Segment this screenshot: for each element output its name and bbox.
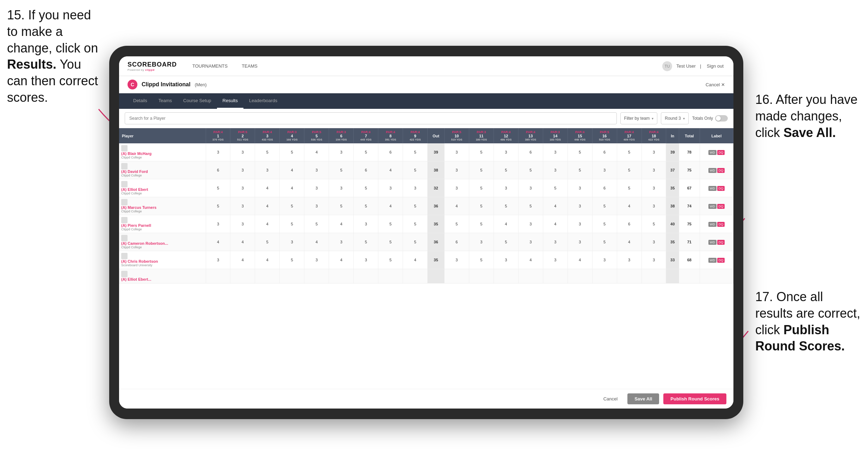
score-cell: 3 — [329, 179, 354, 197]
score-out: 39 — [428, 143, 445, 161]
score-cell: 5 — [592, 233, 617, 251]
score-cell — [543, 269, 568, 284]
th-total: Total — [679, 128, 700, 143]
tab-details[interactable]: Details — [128, 93, 153, 109]
score-cell: 5 — [329, 161, 354, 179]
wd-badge: WD — [708, 186, 717, 191]
score-cell: 5 — [280, 143, 304, 161]
th-1: PAR:41370 YDS — [206, 128, 230, 143]
score-in: 35 — [666, 233, 679, 251]
score-cell: 3 — [444, 161, 469, 179]
cancel-button[interactable]: Cancel — [598, 393, 623, 404]
score-cell: 5 — [494, 197, 518, 215]
score-cell — [592, 269, 617, 284]
player-cell: (A) Elliot Ebert... — [119, 269, 206, 284]
score-cell: 6 — [592, 143, 617, 161]
score-in: 38 — [666, 197, 679, 215]
player-school: Clippd College — [121, 245, 204, 249]
score-total: 74 — [679, 197, 700, 215]
round-dropdown[interactable]: Round 3 ▾ — [661, 112, 688, 124]
logo-scoreboard: SCOREBOARD — [128, 61, 177, 68]
avatar — [121, 271, 128, 277]
avatar — [121, 253, 128, 259]
score-cell: 5 — [255, 233, 280, 251]
wd-badge: WD — [708, 222, 717, 227]
score-cell: 4 — [403, 251, 428, 269]
totals-toggle-switch[interactable] — [715, 115, 728, 122]
score-cell — [469, 269, 494, 284]
cancel-tournament-btn[interactable]: Cancel ✕ — [706, 82, 725, 87]
publish-round-scores-button[interactable]: Publish Round Scores — [663, 393, 726, 404]
scores-table: Player PAR:41370 YDS PAR:52511 YDS PAR:4… — [119, 128, 733, 284]
score-cell: 4 — [378, 161, 403, 179]
th-10: PAR:510519 YDS — [444, 128, 469, 143]
score-cell: 3 — [641, 143, 666, 161]
player-cell: (A) David FordClippd College — [119, 161, 206, 179]
score-cell: 5 — [354, 233, 378, 251]
score-cell: 4 — [617, 233, 641, 251]
filter-dropdown[interactable]: Filter by team ▾ — [620, 112, 658, 124]
score-cell — [518, 269, 543, 284]
score-cell: 5 — [403, 197, 428, 215]
score-cell: 3 — [543, 251, 568, 269]
save-all-button[interactable]: Save All — [627, 393, 659, 404]
player-name: (A) Piers Parnell — [121, 223, 204, 228]
score-cell: 6 — [617, 215, 641, 233]
score-cell — [641, 269, 666, 284]
th-2: PAR:52511 YDS — [230, 128, 255, 143]
totals-toggle-area: Totals Only — [692, 115, 728, 122]
wd-badge: WD — [708, 258, 717, 263]
th-in: In — [666, 128, 679, 143]
score-cell: 3 — [469, 233, 494, 251]
score-cell: 5 — [543, 179, 568, 197]
score-cell: 3 — [518, 233, 543, 251]
th-12: PAR:412486 YDS — [494, 128, 518, 143]
score-cell: 5 — [469, 161, 494, 179]
score-out: 36 — [428, 197, 445, 215]
logo-area: SCOREBOARD Powered by clippd — [128, 61, 177, 71]
score-cell: 3 — [403, 179, 428, 197]
score-in: 39 — [666, 143, 679, 161]
score-cell: 3 — [378, 179, 403, 197]
score-cell: 3 — [543, 161, 568, 179]
score-cell — [494, 269, 518, 284]
tournament-header: C Clippd Invitational (Men) Cancel ✕ — [119, 76, 733, 93]
score-cell: 3 — [280, 233, 304, 251]
player-school: Clippd College — [121, 210, 204, 213]
score-out: 36 — [428, 233, 445, 251]
dq-badge: DQ — [717, 240, 725, 245]
nav-teams[interactable]: TEAMS — [240, 63, 259, 69]
score-cell: 5 — [518, 161, 543, 179]
table-row: (A) Cameron Robertson...Clippd College44… — [119, 233, 733, 251]
tab-results[interactable]: Results — [217, 93, 243, 109]
score-cell: 5 — [494, 161, 518, 179]
th-8: PAR:48391 YDS — [378, 128, 403, 143]
score-cell: 4 — [255, 179, 280, 197]
score-cell: 5 — [378, 233, 403, 251]
nav-signout[interactable]: Sign out — [705, 63, 725, 69]
player-school: Clippd College — [121, 192, 204, 195]
nav-tournaments[interactable]: TOURNAMENTS — [191, 63, 229, 69]
nav-bar: SCOREBOARD Powered by clippd TOURNAMENTS… — [119, 56, 733, 76]
tab-teams[interactable]: Teams — [153, 93, 178, 109]
score-cell: 5 — [206, 179, 230, 197]
score-total: 67 — [679, 179, 700, 197]
tablet-screen: SCOREBOARD Powered by clippd TOURNAMENTS… — [119, 56, 733, 409]
tab-leaderboards[interactable]: Leaderboards — [243, 93, 283, 109]
footer-area: Cancel Save All Publish Round Scores — [119, 389, 733, 409]
score-cell: 5 — [280, 215, 304, 233]
score-label: WDDQ — [700, 161, 733, 179]
score-total: 71 — [679, 233, 700, 251]
score-cell: 5 — [354, 179, 378, 197]
search-input[interactable] — [125, 112, 617, 124]
score-cell: 6 — [592, 179, 617, 197]
score-cell: 5 — [592, 215, 617, 233]
score-cell: 5 — [304, 215, 329, 233]
score-cell: 3 — [329, 233, 354, 251]
score-cell: 5 — [280, 197, 304, 215]
score-cell — [378, 269, 403, 284]
score-total: 78 — [679, 143, 700, 161]
player-cell: (A) Marcus TurnersClippd College — [119, 197, 206, 215]
tab-course-setup[interactable]: Course Setup — [178, 93, 217, 109]
score-cell: 4 — [206, 233, 230, 251]
